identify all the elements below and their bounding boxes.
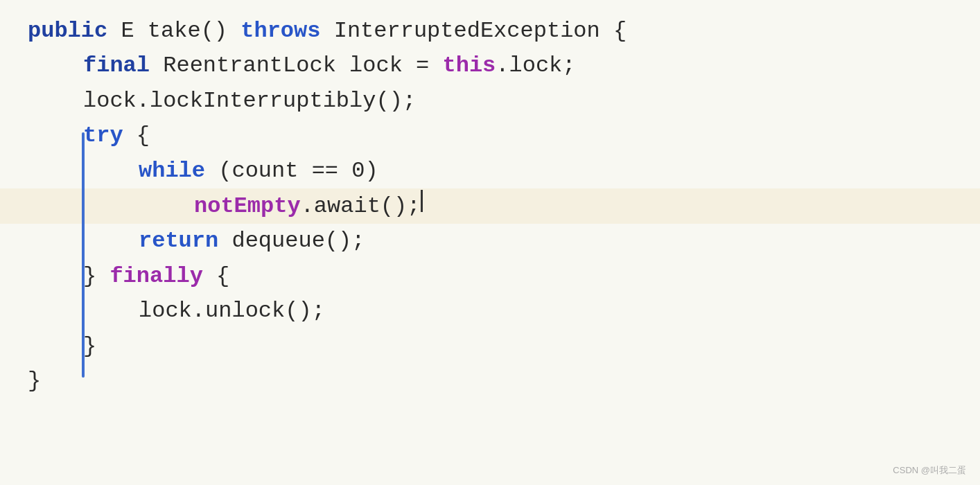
- code-token: dequeue();: [218, 225, 365, 257]
- code-line: lock.lockInterruptibly();: [0, 84, 980, 118]
- code-token: {: [203, 261, 229, 292]
- code-token: lock.unlock();: [139, 295, 325, 327]
- code-line: try {: [0, 118, 980, 153]
- code-line: }: [0, 329, 980, 364]
- code-token: finally: [110, 261, 202, 292]
- code-line: final ReentrantLock lock = this.lock;: [0, 48, 980, 83]
- code-line: lock.unlock();: [0, 294, 980, 328]
- code-line: notEmpty.await();: [0, 188, 980, 224]
- code-line: }: [0, 364, 980, 398]
- code-token: (count == 0): [205, 155, 378, 187]
- block-indicator-bar: [82, 273, 85, 378]
- code-token: E: [107, 15, 148, 47]
- code-token: lock.lockInterruptibly();: [83, 85, 416, 117]
- code-line: } finally {: [0, 259, 980, 294]
- text-cursor: [421, 190, 423, 212]
- code-line: public E take() throws InterruptedExcept…: [0, 14, 980, 48]
- code-line: while (count == 0): [0, 154, 980, 188]
- code-token: throws: [240, 15, 320, 47]
- code-token: (): [201, 15, 241, 47]
- code-token: {: [123, 120, 150, 152]
- code-token: try: [83, 120, 123, 152]
- code-token: .await();: [301, 191, 421, 222]
- code-token: ReentrantLock lock =: [150, 50, 442, 82]
- code-container: public E take() throws InterruptedExcept…: [0, 0, 980, 485]
- code-token: }: [28, 365, 41, 397]
- code-token: this: [442, 50, 496, 82]
- code-line: return dequeue();: [0, 224, 980, 258]
- code-token: }: [83, 261, 110, 292]
- code-token: public: [28, 15, 107, 47]
- code-token: take: [148, 15, 201, 47]
- code-token: while: [139, 155, 205, 187]
- code-token: return: [139, 225, 218, 257]
- code-token: final: [83, 50, 150, 82]
- code-token: .lock;: [496, 50, 575, 82]
- code-token: notEmpty: [194, 191, 301, 222]
- watermark: CSDN @叫我二蛋: [893, 464, 966, 477]
- code-token: InterruptedException {: [320, 15, 627, 47]
- code-token: }: [83, 330, 96, 362]
